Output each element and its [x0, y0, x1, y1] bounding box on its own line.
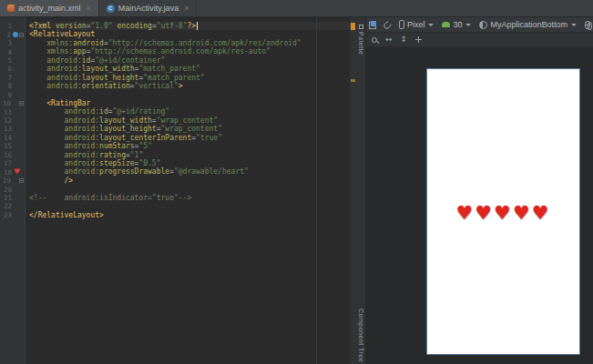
code-line[interactable]: android:stepSize="0.5": [29, 159, 350, 167]
theme-selector[interactable]: MyApplicationBottom: [479, 20, 577, 29]
code-line[interactable]: </RelativeLayout>: [29, 211, 350, 219]
code-area[interactable]: <?xml version="1.0" encoding="utf-8"?><R…: [26, 17, 350, 364]
code-line[interactable]: android:orientation="vertical">: [29, 82, 350, 90]
device-screen[interactable]: ♥♥♥♥♥: [426, 68, 580, 355]
close-icon[interactable]: ×: [184, 4, 189, 13]
design-zoom-toolbar: ↔ ↕: [366, 33, 593, 47]
theme-label: MyApplicationBottom: [490, 20, 567, 29]
palette-icon: [359, 25, 363, 29]
android-icon: [442, 22, 450, 27]
design-toolbar: Pixel 30 MyApplicationBottom: [366, 17, 593, 33]
text-cursor: [197, 22, 198, 30]
code-line[interactable]: android:layout_height="wrap_content": [29, 125, 350, 133]
chevron-down-icon: [465, 24, 471, 26]
code-line[interactable]: />: [29, 177, 350, 185]
drawable-preview-heart-icon[interactable]: ♥: [13, 168, 21, 177]
rating-hearts[interactable]: ♥♥♥♥♥: [427, 202, 579, 224]
code-line[interactable]: android:progressDrawable="@drawable/hear…: [29, 167, 350, 176]
code-line[interactable]: android:rating="1": [29, 151, 350, 159]
error-stripe: [350, 17, 356, 364]
chevron-down-icon: [571, 24, 577, 26]
code-line[interactable]: android:id="@+id/container": [29, 56, 350, 65]
phone-icon: [399, 20, 404, 29]
close-icon[interactable]: ×: [87, 4, 91, 13]
fold-marker[interactable]: [19, 101, 24, 106]
theme-icon: [479, 21, 487, 29]
code-line[interactable]: android:layout_width="wrap_content": [29, 116, 350, 125]
editor-tab-bar: activity_main.xml × C MainActivity.java …: [0, 0, 593, 17]
right-margin-guide: [316, 17, 317, 364]
warning-stripe-mark[interactable]: [351, 23, 355, 30]
code-line[interactable]: android:numStars="5": [29, 142, 350, 150]
gutter[interactable]: 123456789101112131415161718♥1920212223: [0, 17, 26, 364]
palette-tab[interactable]: Palette: [358, 32, 364, 55]
java-class-icon: C: [107, 5, 115, 13]
tab-label: activity_main.xml: [18, 4, 81, 13]
component-tree-tab[interactable]: Component Tree: [358, 308, 364, 362]
device-selector[interactable]: Pixel: [399, 20, 435, 29]
fold-marker[interactable]: [19, 33, 24, 37]
chevron-down-icon: [428, 24, 434, 26]
xml-editor: 123456789101112131415161718♥1920212223 <…: [0, 17, 350, 364]
api-label: 30: [453, 20, 462, 29]
resize-horizontal-icon[interactable]: ↔: [385, 35, 393, 44]
code-line[interactable]: [29, 202, 350, 210]
android-xml-file-icon: [7, 5, 15, 12]
design-main: Pixel 30 MyApplicationBottom: [366, 17, 593, 364]
code-line[interactable]: [29, 185, 350, 193]
code-line[interactable]: <RatingBar: [29, 99, 350, 107]
code-lines[interactable]: <?xml version="1.0" encoding="utf-8"?><R…: [29, 22, 350, 219]
code-line[interactable]: android:id="@+id/rating": [29, 107, 350, 116]
pan-icon[interactable]: [415, 36, 422, 43]
tab-label: MainActivity.java: [118, 4, 179, 13]
workspace: 123456789101112131415161718♥1920212223 <…: [0, 17, 593, 364]
device-label: Pixel: [407, 20, 425, 29]
code-line[interactable]: android:layout_height="match_parent": [29, 74, 350, 82]
code-line[interactable]: <RelativeLayout: [29, 30, 350, 38]
code-line[interactable]: <?xml version="1.0" encoding="utf-8"?>: [29, 22, 350, 30]
code-line[interactable]: [29, 91, 350, 99]
android-studio-window: activity_main.xml × C MainActivity.java …: [0, 0, 593, 364]
component-gutter-icon[interactable]: [13, 32, 18, 37]
code-line[interactable]: android:layout_width="match_parent": [29, 65, 350, 73]
code-line[interactable]: xmlns:android="http://schemas.android.co…: [29, 39, 350, 47]
design-pane: Palette Component Tree Pixel 30: [356, 17, 593, 364]
orientation-icon[interactable]: [383, 19, 393, 29]
design-surface-icon[interactable]: [371, 21, 376, 29]
tab-mainactivity-java[interactable]: C MainActivity.java ×: [99, 0, 198, 16]
code-line[interactable]: <!-- android:isIndicator="true"-->: [29, 194, 350, 202]
fold-marker[interactable]: [19, 178, 24, 183]
api-level-selector[interactable]: 30: [442, 20, 471, 29]
locale-selector[interactable]: Default (en-us): [585, 15, 593, 34]
design-side-strip: Palette Component Tree: [356, 17, 366, 364]
preview-canvas[interactable]: Y ♥♥♥♥♥: [366, 47, 593, 364]
code-line[interactable]: android:layout_centerInParent="true": [29, 134, 350, 142]
resize-vertical-icon[interactable]: ↕: [401, 35, 408, 44]
globe-icon: [585, 21, 590, 29]
tab-activity-main-xml[interactable]: activity_main.xml ×: [0, 0, 99, 16]
zoom-icon[interactable]: [372, 37, 377, 43]
warning-stripe-mark[interactable]: [351, 79, 355, 82]
code-line[interactable]: xmlns:app="http://schemas.android.com/ap…: [29, 47, 350, 56]
